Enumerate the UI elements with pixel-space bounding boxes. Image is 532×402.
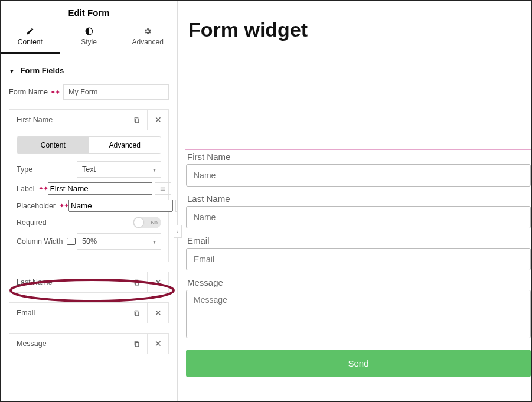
field-inner-tabs: Content Advanced <box>17 136 161 154</box>
remove-button[interactable]: ✕ <box>147 110 168 130</box>
field-card-header[interactable]: Email <box>9 303 126 323</box>
tab-content-label: Content <box>18 38 43 46</box>
required-value: No <box>151 220 158 225</box>
field-tab-advanced[interactable]: Advanced <box>89 137 161 153</box>
form-name-input[interactable] <box>63 84 169 100</box>
label-label: Label <box>17 185 35 193</box>
field-tab-content[interactable]: Content <box>17 137 89 153</box>
duplicate-button[interactable] <box>126 272 147 292</box>
chevron-down-icon: ▾ <box>153 238 156 245</box>
field-card-last-name: Last Name ✕ <box>9 272 169 293</box>
field-card-message: Message ✕ <box>9 333 169 354</box>
pencil-icon <box>1 27 60 35</box>
preview-input[interactable] <box>186 206 531 228</box>
section-title: Form Fields <box>21 66 64 75</box>
chevron-down-icon: ▾ <box>153 166 156 173</box>
preview-field-last-name[interactable]: Last Name <box>186 192 530 232</box>
form-name-row: Form Name ✦✦ <box>9 84 169 100</box>
dynamic-tags-icon[interactable]: ✦✦ <box>59 202 68 210</box>
placeholder-input[interactable] <box>68 200 173 212</box>
preview-label: Last Name <box>186 192 530 205</box>
field-card-header[interactable]: First Name <box>9 110 126 130</box>
field-card-email: Email ✕ <box>9 302 169 323</box>
preview-label: First Name <box>186 151 530 163</box>
type-value: Text <box>82 165 96 174</box>
toggle-knob <box>134 218 143 227</box>
duplicate-button[interactable] <box>126 110 147 130</box>
tab-advanced[interactable]: Advanced <box>118 26 177 54</box>
preview-form: First Name Last Name Email Message Send <box>186 151 530 377</box>
preview-label: Message <box>186 276 530 289</box>
dynamic-tag-button[interactable] <box>155 182 171 195</box>
remove-button[interactable]: ✕ <box>147 272 168 292</box>
label-input[interactable] <box>48 182 152 195</box>
edit-panel: Edit Form Content Style Advanced ▼ Form … <box>1 1 178 401</box>
field-card-header[interactable]: Last Name <box>9 272 126 292</box>
preview-field-email[interactable]: Email <box>186 234 530 274</box>
dynamic-tags-icon[interactable]: ✦✦ <box>50 89 60 96</box>
desktop-icon[interactable] <box>67 238 76 245</box>
panel-title: Edit Form <box>1 1 177 26</box>
caret-down-icon: ▼ <box>9 68 15 74</box>
tab-style[interactable]: Style <box>60 26 119 54</box>
required-label: Required <box>17 218 77 227</box>
tab-style-label: Style <box>81 38 97 46</box>
contrast-icon <box>60 27 119 35</box>
form-name-label: Form Name <box>9 88 48 96</box>
tab-advanced-label: Advanced <box>132 38 163 46</box>
preview-label: Email <box>186 234 530 247</box>
column-width-select[interactable]: 50% ▾ <box>77 233 161 250</box>
field-card-header[interactable]: Message <box>9 334 126 354</box>
type-label: Type <box>17 165 77 174</box>
remove-button[interactable]: ✕ <box>147 334 168 354</box>
placeholder-label: Placeholder <box>17 202 56 210</box>
page-title: Form widget <box>188 18 531 41</box>
preview-input[interactable] <box>186 164 531 187</box>
collapse-sidebar-button[interactable]: ‹ <box>174 225 182 238</box>
preview-field-message[interactable]: Message <box>186 276 530 344</box>
required-toggle[interactable]: No <box>133 217 161 228</box>
duplicate-button[interactable] <box>126 303 147 323</box>
preview-submit-button[interactable]: Send <box>186 350 531 377</box>
dynamic-tags-icon[interactable]: ✦✦ <box>38 185 48 192</box>
tab-content[interactable]: Content <box>1 26 60 54</box>
preview-field-first-name[interactable]: First Name <box>186 151 530 190</box>
panel-tabs: Content Style Advanced <box>1 26 177 54</box>
gear-icon <box>118 27 177 35</box>
section-form-fields[interactable]: ▼ Form Fields <box>9 63 169 82</box>
canvas: ‹ Form widget First Name Last Name Email… <box>178 1 531 401</box>
field-card-first-name: First Name ✕ Content Advanced Type Text <box>9 109 169 262</box>
preview-textarea[interactable] <box>186 290 531 338</box>
remove-button[interactable]: ✕ <box>147 303 168 323</box>
preview-input[interactable] <box>186 248 531 270</box>
duplicate-button[interactable] <box>126 334 147 354</box>
column-width-value: 50% <box>82 237 97 246</box>
type-select[interactable]: Text ▾ <box>77 161 161 178</box>
column-width-label: Column Width <box>17 237 63 246</box>
